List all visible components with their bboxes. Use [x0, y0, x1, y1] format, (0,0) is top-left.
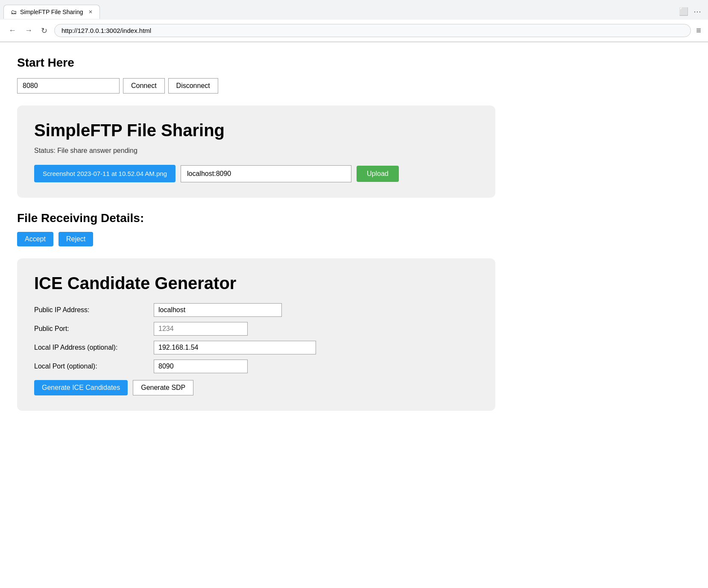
upload-address-input[interactable] [181, 165, 351, 182]
status-text: Status: File share answer pending [34, 147, 478, 155]
connection-row: Connect Disconnect [17, 78, 495, 94]
reload-button[interactable]: ↻ [39, 24, 49, 37]
local-ip-label: Local IP Address (optional): [34, 344, 154, 351]
ice-generator-card: ICE Candidate Generator Public IP Addres… [17, 258, 495, 411]
action-buttons: Accept Reject [17, 232, 495, 246]
page-content: Start Here Connect Disconnect SimpleFTP … [0, 42, 512, 424]
public-ip-row: Public IP Address: [34, 303, 478, 317]
local-ip-input[interactable] [154, 341, 316, 354]
tab-bar: 🗂 SimpleFTP File Sharing ✕ ⬜ ⋯ [0, 0, 708, 20]
file-sharing-title: SimpleFTP File Sharing [34, 121, 478, 140]
start-here-title: Start Here [17, 56, 495, 70]
browser-chrome: 🗂 SimpleFTP File Sharing ✕ ⬜ ⋯ ← → ↻ ≡ [0, 0, 708, 42]
active-tab[interactable]: 🗂 SimpleFTP File Sharing ✕ [3, 5, 100, 19]
accept-button[interactable]: Accept [17, 232, 53, 246]
public-ip-input[interactable] [154, 303, 282, 317]
tab-icon: 🗂 [11, 9, 17, 15]
browser-menu-button[interactable]: ≡ [696, 26, 701, 35]
file-receiving-title: File Receiving Details: [17, 211, 495, 225]
upload-button[interactable]: Upload [357, 166, 399, 182]
back-button[interactable]: ← [7, 24, 18, 37]
tab-bar-left: 🗂 SimpleFTP File Sharing ✕ [3, 5, 100, 19]
public-ip-label: Public IP Address: [34, 306, 154, 314]
local-port-row: Local Port (optional): [34, 360, 478, 373]
forward-button[interactable]: → [23, 24, 34, 37]
window-more-icon[interactable]: ⋯ [693, 7, 701, 16]
local-port-label: Local Port (optional): [34, 363, 154, 370]
connect-button[interactable]: Connect [123, 78, 165, 94]
public-port-label: Public Port: [34, 325, 154, 333]
ice-buttons: Generate ICE Candidates Generate SDP [34, 380, 478, 395]
upload-row: Screenshot 2023-07-11 at 10.52.04 AM.png… [34, 165, 478, 182]
url-input[interactable] [54, 24, 691, 37]
file-sharing-card: SimpleFTP File Sharing Status: File shar… [17, 105, 495, 198]
reject-button[interactable]: Reject [59, 232, 93, 246]
local-port-input[interactable] [154, 360, 248, 373]
port-input[interactable] [17, 78, 120, 94]
local-ip-row: Local IP Address (optional): [34, 341, 478, 354]
public-port-input[interactable] [154, 322, 248, 336]
generate-sdp-button[interactable]: Generate SDP [133, 380, 193, 395]
tab-label: SimpleFTP File Sharing [20, 9, 83, 15]
public-port-row: Public Port: [34, 322, 478, 336]
tab-bar-right: ⬜ ⋯ [679, 7, 705, 16]
ice-generator-title: ICE Candidate Generator [34, 274, 478, 293]
file-select-button[interactable]: Screenshot 2023-07-11 at 10.52.04 AM.png [34, 165, 176, 182]
tab-close-button[interactable]: ✕ [88, 9, 93, 15]
disconnect-button[interactable]: Disconnect [168, 78, 218, 94]
generate-ice-button[interactable]: Generate ICE Candidates [34, 380, 128, 395]
address-bar: ← → ↻ ≡ [0, 20, 708, 42]
window-split-icon[interactable]: ⬜ [679, 7, 688, 16]
